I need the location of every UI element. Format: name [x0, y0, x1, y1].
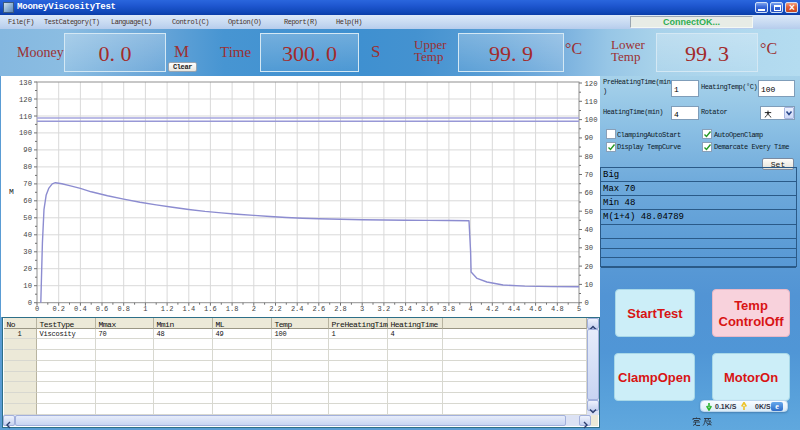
svg-text:120: 120	[585, 80, 598, 88]
svg-text:10: 10	[23, 282, 32, 290]
svg-text:30: 30	[585, 244, 594, 252]
svg-text:M: M	[9, 187, 14, 196]
svg-text:20: 20	[585, 263, 594, 271]
svg-text:0: 0	[35, 305, 39, 313]
svg-text:70: 70	[585, 171, 594, 179]
svg-text:60: 60	[585, 189, 594, 197]
svg-text:50: 50	[585, 208, 594, 216]
svg-text:10: 10	[585, 281, 594, 289]
svg-text:80: 80	[23, 163, 32, 171]
svg-text:4.8: 4.8	[551, 305, 564, 313]
svg-text:3: 3	[360, 305, 364, 313]
svg-text:120: 120	[19, 96, 32, 104]
svg-text:70: 70	[23, 180, 32, 188]
svg-text:130: 130	[19, 79, 32, 87]
svg-text:40: 40	[23, 231, 32, 239]
svg-text:0.8: 0.8	[117, 305, 130, 313]
svg-text:0: 0	[28, 299, 32, 307]
svg-text:2: 2	[252, 305, 256, 313]
svg-text:110: 110	[585, 98, 598, 106]
svg-text:0.4: 0.4	[74, 305, 87, 313]
svg-text:80: 80	[585, 153, 594, 161]
svg-text:0.2: 0.2	[52, 305, 65, 313]
svg-text:20: 20	[23, 265, 32, 273]
svg-text:2.6: 2.6	[312, 305, 325, 313]
svg-text:4: 4	[468, 305, 472, 313]
svg-text:3.6: 3.6	[421, 305, 434, 313]
svg-text:2.2: 2.2	[269, 305, 282, 313]
svg-text:2.8: 2.8	[334, 305, 347, 313]
svg-text:30: 30	[23, 248, 32, 256]
svg-text:100: 100	[19, 129, 32, 137]
svg-text:1.8: 1.8	[226, 305, 239, 313]
svg-text:3.2: 3.2	[378, 305, 391, 313]
svg-text:90: 90	[585, 134, 594, 142]
svg-text:110: 110	[19, 113, 32, 121]
svg-text:100: 100	[585, 116, 598, 124]
svg-text:4.2: 4.2	[486, 305, 499, 313]
svg-text:0.6: 0.6	[96, 305, 109, 313]
svg-text:0: 0	[585, 299, 589, 307]
svg-text:5: 5	[577, 305, 581, 313]
svg-text:2.4: 2.4	[291, 305, 304, 313]
svg-text:1: 1	[143, 305, 147, 313]
svg-text:1.2: 1.2	[161, 305, 174, 313]
svg-text:90: 90	[23, 146, 32, 154]
svg-text:1.6: 1.6	[204, 305, 217, 313]
svg-text:40: 40	[585, 226, 594, 234]
svg-text:1.4: 1.4	[182, 305, 195, 313]
svg-text:3.8: 3.8	[443, 305, 456, 313]
svg-text:50: 50	[23, 214, 32, 222]
svg-text:60: 60	[23, 197, 32, 205]
svg-text:3.4: 3.4	[399, 305, 412, 313]
svg-text:4.4: 4.4	[508, 305, 521, 313]
svg-text:4.6: 4.6	[529, 305, 542, 313]
